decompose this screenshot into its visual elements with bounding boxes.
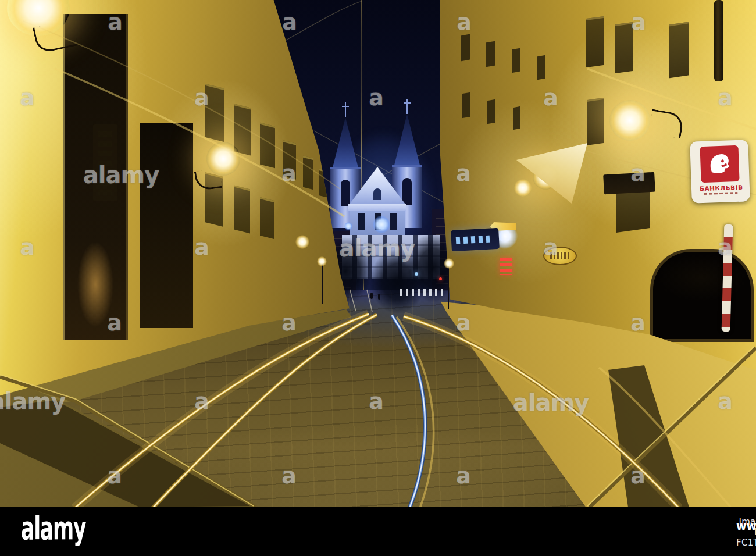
church-front-light-small (344, 222, 352, 230)
oval-cafe-sign (543, 247, 577, 265)
window (487, 99, 495, 124)
window (586, 16, 604, 67)
gable-window (373, 188, 381, 200)
footer-bar: alamy Image ID: FC1TTJ www.alamy.com (0, 507, 756, 556)
blue-neon-sign (451, 228, 500, 251)
window (486, 41, 495, 67)
lion-icon (704, 149, 736, 179)
distant-lamp-left (317, 256, 327, 266)
window (260, 197, 274, 239)
dark-hanging-sign (603, 172, 655, 195)
lamp-post (448, 265, 449, 309)
cross-icon (345, 102, 346, 117)
pedestrian (378, 294, 380, 300)
window (303, 156, 313, 190)
white-barrier (400, 289, 443, 296)
window (234, 186, 250, 234)
bank-sign-subline (704, 192, 737, 195)
doorway-left-far (140, 123, 193, 328)
red-neon-letters (500, 258, 512, 275)
church-entablature (348, 204, 406, 211)
dark-entrance-arch (650, 249, 754, 342)
window (461, 34, 470, 62)
window (260, 123, 275, 168)
cross-icon (406, 99, 408, 114)
alamy-logo: alamy (21, 512, 85, 544)
watermark-letter: a (369, 85, 384, 111)
window (283, 140, 296, 179)
wall-lantern-right-large (609, 100, 650, 141)
blue-street-light (415, 272, 418, 276)
window (462, 92, 470, 119)
watermark-letter: a (282, 9, 297, 35)
window (669, 22, 689, 79)
alamy-url-text: www.alamy.com (736, 519, 756, 532)
traffic-light-red (439, 277, 442, 280)
lamp-post (322, 263, 323, 304)
window (512, 48, 520, 73)
bank-lion-logo (700, 145, 739, 183)
window (587, 98, 604, 145)
bank-lviv-sign: БАНКЛЬВІВ (690, 140, 750, 203)
photo-lviv-night-street: БАНКЛЬВІВ aaaaaaaaaaaaaaaaaaaaaaaaaaaala… (0, 0, 756, 507)
window (537, 55, 545, 80)
window (205, 84, 224, 142)
tower-window (341, 180, 350, 206)
bank-sign-label: БАНКЛЬВІВ (700, 184, 741, 193)
tower-window (402, 178, 412, 205)
window (615, 22, 633, 73)
pedestrian (370, 293, 373, 299)
window (513, 106, 520, 130)
church-front-light (373, 216, 390, 233)
distant-lamp-right (444, 258, 454, 269)
drainpipe (714, 0, 723, 81)
stock-photo-page: БАНКЛЬВІВ aaaaaaaaaaaaaaaaaaaaaaaaaaaala… (0, 0, 756, 556)
lamp-right-mid-small (514, 179, 532, 197)
faded-wall-sign (93, 124, 117, 201)
small-lamp-left (295, 235, 309, 249)
